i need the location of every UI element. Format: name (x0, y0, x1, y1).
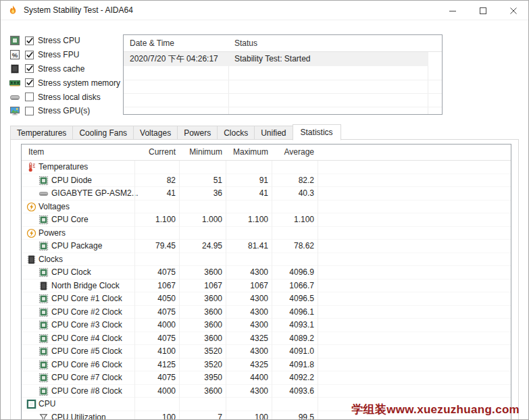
stats-table-row[interactable]: CPU Core #8 Clock 4000 3600 4300 4093.6 (22, 385, 511, 398)
column-header-datetime[interactable]: Date & Time (130, 35, 174, 51)
stat-minimum-value: 3520 (179, 345, 222, 358)
stat-current-value: 4000 (109, 319, 176, 332)
column-header-current[interactable]: Current (109, 145, 176, 160)
stat-average-value: 4093.1 (272, 319, 314, 332)
stat-minimum-value: 51 (179, 174, 222, 187)
stats-table-row[interactable]: CPU Package 79.45 24.95 81.41 78.62 (22, 240, 511, 253)
tab-voltages[interactable]: Voltages (133, 126, 178, 140)
stats-table-row[interactable]: CPU Core #6 Clock 4125 3520 4325 4091.8 (22, 359, 511, 372)
chip-green-icon (39, 241, 49, 251)
column-header-status[interactable]: Status (234, 35, 257, 51)
statistics-rows: Temperatures CPU Diode 82 51 91 82.2 GIG… (22, 161, 511, 420)
stress-option-row[interactable]: Stress GPU(s) (9, 104, 123, 118)
column-header-maximum[interactable]: Maximum (226, 145, 268, 160)
stats-table-row[interactable]: CPU Diode 82 51 91 82.2 (22, 174, 511, 188)
stress-option-label: Stress CPU (38, 36, 80, 45)
stress-option-row[interactable]: Stress CPU (9, 34, 123, 48)
tab-powers[interactable]: Powers (177, 126, 218, 140)
stat-average-value: 4091.0 (272, 345, 314, 358)
column-divider (134, 145, 135, 420)
column-header-average[interactable]: Average (272, 145, 314, 160)
chip-green-icon (39, 360, 49, 370)
stat-minimum-value: 3600 (179, 385, 222, 398)
stat-item-label: Voltages (39, 201, 70, 213)
chip-green-icon (39, 307, 49, 317)
stat-minimum-value: 36 (179, 187, 222, 200)
stats-table-row[interactable]: Temperatures (22, 161, 511, 174)
stats-table-row[interactable]: Powers (22, 227, 511, 240)
stat-current-value: 4000 (109, 385, 176, 398)
stat-average-value: 78.62 (272, 240, 314, 253)
tab-unified[interactable]: Unified (254, 126, 293, 140)
window-title: System Stability Test - AIDA64 (24, 1, 133, 20)
stat-current-value: 4075 (109, 332, 176, 345)
tab-temperatures[interactable]: Temperatures (10, 126, 73, 140)
close-button[interactable] (498, 1, 528, 20)
stat-maximum-value: 4300 (226, 385, 268, 398)
stress-option-row[interactable]: Stress local disks (9, 90, 123, 104)
stress-checkbox[interactable] (25, 93, 34, 101)
drive-icon (39, 188, 49, 199)
stat-item-label: CPU Core (51, 213, 89, 226)
stats-table-row[interactable]: CPU Core #1 Clock 4050 3600 4300 4096.5 (22, 292, 511, 306)
chip-green-icon (39, 320, 49, 330)
stat-maximum-value: 4300 (226, 319, 268, 332)
stress-checkbox[interactable] (25, 36, 34, 45)
tab-label: Unified (261, 128, 286, 138)
stat-item-label: CPU Utilization (51, 411, 106, 420)
stats-table-row[interactable]: Voltages (22, 201, 511, 214)
maximize-button[interactable] (468, 1, 498, 20)
stats-table-row[interactable]: CPU Core #7 Clock 4075 3950 4400 4092.2 (22, 371, 511, 385)
stats-table-row[interactable]: CPU Core #3 Clock 4000 3600 4300 4093.1 (22, 319, 511, 332)
title-bar: System Stability Test - AIDA64 (1, 1, 528, 20)
stats-table-row[interactable]: GIGABYTE GP-ASM2... 41 36 41 40.3 (22, 187, 511, 201)
tab-statistics[interactable]: Statistics (293, 124, 341, 140)
window-controls (437, 1, 528, 20)
stat-item-label: CPU Clock (51, 266, 91, 279)
stat-average-value: 4093.6 (272, 385, 314, 398)
stat-item-label: Temperatures (39, 161, 88, 174)
stat-minimum-value: 1.000 (179, 213, 222, 226)
chip-green-icon (39, 334, 49, 344)
minimize-button[interactable] (437, 1, 468, 20)
tab-cooling-fans[interactable]: Cooling Fans (72, 126, 134, 140)
column-divider (179, 145, 180, 420)
column-header-minimum[interactable]: Minimum (179, 145, 222, 160)
stress-option-row[interactable]: % Stress FPU (9, 48, 123, 62)
log-datetime: 2020/7/20 下午 04:26:17 (130, 52, 218, 66)
stat-average-value: 4092.2 (272, 371, 314, 384)
chip-green-icon (39, 386, 49, 396)
stress-checkbox[interactable] (25, 78, 34, 87)
stress-checkbox[interactable] (25, 64, 34, 73)
stat-current-value: 1067 (109, 280, 176, 292)
stress-options-panel: Stress CPU % Stress FPU Stress cache Str… (9, 34, 123, 118)
stats-table-row[interactable]: CPU Core 1.100 1.000 1.100 1.100 (22, 213, 511, 227)
stress-option-row[interactable]: Stress system memory (9, 76, 123, 90)
stats-table-row[interactable]: CPU Core #2 Clock 4075 3600 4300 4096.1 (22, 306, 511, 319)
stats-table-row[interactable]: CPU Clock 4075 3600 4300 4096.9 (22, 266, 511, 280)
stats-table-row[interactable]: Clocks (22, 253, 511, 267)
tab-label: Statistics (301, 128, 333, 137)
stat-current-value: 4075 (109, 266, 176, 279)
stats-table-row[interactable]: CPU Core #5 Clock 4100 3520 4300 4091.0 (22, 345, 511, 359)
stress-option-row[interactable]: Stress cache (9, 62, 123, 76)
stat-item-label: Clocks (39, 253, 63, 266)
column-header-item[interactable]: Item (28, 145, 44, 160)
stat-current-value: 82 (109, 174, 176, 187)
app-window: System Stability Test - AIDA64 Stress CP… (0, 0, 529, 420)
stress-checkbox[interactable] (25, 107, 34, 115)
tab-clocks[interactable]: Clocks (217, 126, 255, 140)
stress-checkbox[interactable] (25, 51, 34, 59)
stat-minimum-value: 3600 (179, 332, 222, 345)
stat-item-label: Powers (39, 227, 66, 240)
log-row[interactable]: 2020/7/20 下午 04:26:17 Stability Test: St… (124, 52, 428, 66)
stat-maximum-value: 81.41 (226, 240, 268, 253)
stat-minimum-value: 24.95 (179, 240, 222, 253)
stat-current-value: 100 (109, 411, 176, 420)
stat-average-value: 82.2 (272, 174, 314, 187)
stat-maximum-value: 4325 (226, 332, 268, 345)
stats-table-row[interactable]: CPU Core #4 Clock 4075 3600 4325 4089.2 (22, 332, 511, 346)
stat-maximum-value: 91 (226, 174, 268, 187)
stats-table-row[interactable]: North Bridge Clock 1067 1067 1067 1066.7 (22, 280, 511, 293)
stat-maximum-value: 4325 (226, 359, 268, 371)
